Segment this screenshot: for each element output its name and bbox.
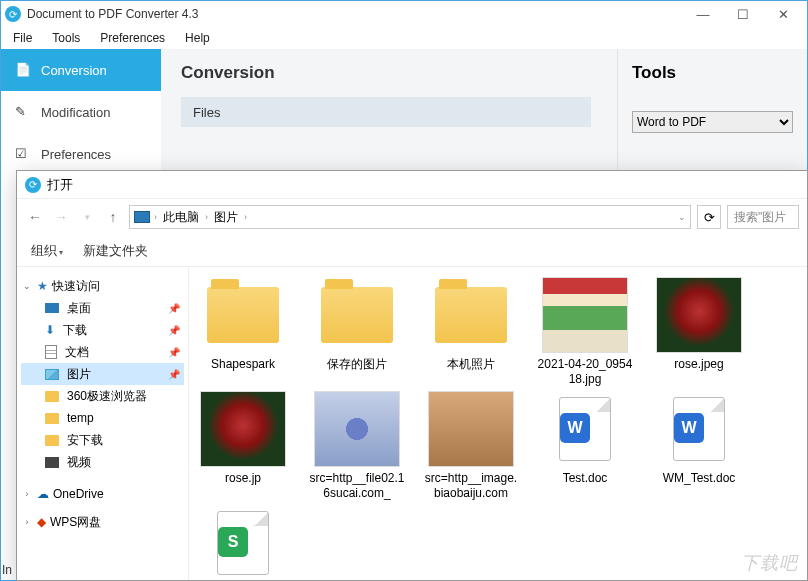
menu-help[interactable]: Help	[177, 29, 218, 47]
pc-icon	[134, 211, 150, 223]
minimize-button[interactable]: —	[683, 7, 723, 22]
modification-icon: ✎	[15, 104, 31, 120]
tree-item[interactable]: ⬇下载 📌	[21, 319, 184, 341]
pin-icon: 📌	[168, 325, 180, 336]
tree-quick-access[interactable]: ⌄ ★ 快速访问	[21, 275, 184, 297]
file-item[interactable]: 本机照片	[423, 277, 519, 387]
back-button[interactable]: ←	[25, 209, 45, 225]
organize-button[interactable]: 组织	[31, 242, 63, 260]
sidebar-item-conversion[interactable]: 📄 Conversion	[1, 49, 161, 91]
picture-icon	[45, 369, 59, 380]
files-label: Files	[193, 105, 220, 120]
up-button[interactable]: ↑	[103, 209, 123, 225]
tools-heading: Tools	[632, 63, 793, 83]
file-item[interactable]: Shapespark	[195, 277, 291, 387]
file-open-dialog: ⟳ 打开 ← → ▾ ↑ › 此电脑 › 图片 › ⌄ ⟳ 搜索"图片 组织 新…	[16, 170, 808, 581]
tree-label: 视频	[67, 454, 91, 471]
tree-item[interactable]: 图片 📌	[21, 363, 184, 385]
twisty-icon[interactable]: ›	[21, 517, 33, 527]
sidebar-item-preferences[interactable]: ☑ Preferences	[1, 133, 161, 175]
folder-icon	[45, 435, 59, 446]
file-grid: Shapespark 保存的图片 本机照片 2021-04-20_095418.…	[189, 267, 807, 580]
file-name: 2021-04-20_095418.jpg	[537, 357, 633, 387]
new-folder-button[interactable]: 新建文件夹	[83, 242, 148, 260]
file-name: src=http__file02.16sucai.com_	[309, 471, 405, 501]
file-item[interactable]: src=http__image.biaobaiju.com	[423, 391, 519, 501]
tree-item[interactable]: 视频	[21, 451, 184, 473]
menu-tools[interactable]: Tools	[44, 29, 88, 47]
close-button[interactable]: ✕	[763, 7, 803, 22]
star-icon: ★	[37, 279, 48, 293]
menu-preferences[interactable]: Preferences	[92, 29, 173, 47]
tree-onedrive[interactable]: › ☁ OneDrive	[21, 483, 184, 505]
search-input[interactable]: 搜索"图片	[727, 205, 799, 229]
tree-item[interactable]: 安下载	[21, 429, 184, 451]
tree-label: 图片	[67, 366, 91, 383]
desktop-icon	[45, 303, 59, 313]
file-item[interactable]: WWM_Test.doc	[651, 391, 747, 501]
sidebar-item-modification[interactable]: ✎ Modification	[1, 91, 161, 133]
file-item[interactable]: rose.jpeg	[651, 277, 747, 387]
menu-file[interactable]: File	[5, 29, 40, 47]
tree-label: 文档	[65, 344, 89, 361]
recent-dropdown[interactable]: ▾	[77, 212, 97, 222]
file-item[interactable]: WTest.doc	[537, 391, 633, 501]
file-name: src=http__image.biaobaiju.com	[423, 471, 519, 501]
file-name: Shapespark	[211, 357, 275, 372]
app-icon: ⟳	[5, 6, 21, 22]
tree-label: 下载	[63, 322, 87, 339]
input-label-cut: In	[2, 563, 12, 577]
path-segment[interactable]: 此电脑	[161, 209, 201, 226]
tree-label: 安下载	[67, 432, 103, 449]
video-icon	[45, 457, 59, 468]
onedrive-icon: ☁	[37, 487, 49, 501]
app-title: Document to PDF Converter 4.3	[27, 7, 683, 21]
sidebar-label: Modification	[41, 105, 110, 120]
file-item[interactable]: S月度财务分析报表1.xlsx	[195, 505, 291, 580]
file-name: rose.jpeg	[674, 357, 723, 372]
sidebar-label: Preferences	[41, 147, 111, 162]
sidebar-label: Conversion	[41, 63, 107, 78]
path-sep-icon: ›	[205, 212, 208, 222]
pin-icon: 📌	[168, 303, 180, 314]
file-item[interactable]: rose.jp	[195, 391, 291, 501]
path-sep-icon: ›	[244, 212, 247, 222]
tree-item[interactable]: temp	[21, 407, 184, 429]
title-bar: ⟳ Document to PDF Converter 4.3 — ☐ ✕	[1, 1, 807, 27]
tree-item[interactable]: 桌面 📌	[21, 297, 184, 319]
forward-button[interactable]: →	[51, 209, 71, 225]
dialog-toolbar: 组织 新建文件夹	[17, 235, 807, 267]
path-segment[interactable]: 图片	[212, 209, 240, 226]
dialog-icon: ⟳	[25, 177, 41, 193]
tree-item[interactable]: 360极速浏览器	[21, 385, 184, 407]
tree-label: 360极速浏览器	[67, 388, 147, 405]
wps-icon: ◆	[37, 515, 46, 529]
path-box[interactable]: › 此电脑 › 图片 › ⌄	[129, 205, 691, 229]
tree-item[interactable]: 文档 📌	[21, 341, 184, 363]
search-placeholder: 搜索"图片	[734, 209, 786, 226]
tool-select[interactable]: Word to PDF	[632, 111, 793, 133]
pin-icon: 📌	[168, 369, 180, 380]
file-item[interactable]: src=http__file02.16sucai.com_	[309, 391, 405, 501]
path-dropdown-icon[interactable]: ⌄	[678, 212, 686, 222]
maximize-button[interactable]: ☐	[723, 7, 763, 22]
twisty-icon[interactable]: ⌄	[21, 281, 33, 291]
dialog-nav: ← → ▾ ↑ › 此电脑 › 图片 › ⌄ ⟳ 搜索"图片	[17, 199, 807, 235]
tree-wps[interactable]: › ◆ WPS网盘	[21, 511, 184, 533]
file-name: WM_Test.doc	[663, 471, 736, 486]
file-name: rose.jp	[225, 471, 261, 486]
pin-icon: 📌	[168, 347, 180, 358]
download-icon: ⬇	[45, 323, 55, 337]
folder-icon	[45, 413, 59, 424]
twisty-icon[interactable]: ›	[21, 489, 33, 499]
file-item[interactable]: 保存的图片	[309, 277, 405, 387]
file-name: Test.doc	[563, 471, 608, 486]
file-item[interactable]: 2021-04-20_095418.jpg	[537, 277, 633, 387]
files-bar[interactable]: Files	[181, 97, 591, 127]
tree-label: 快速访问	[52, 278, 100, 295]
folder-icon	[45, 391, 59, 402]
document-icon	[45, 345, 57, 359]
tree-label: temp	[67, 411, 94, 425]
refresh-button[interactable]: ⟳	[697, 205, 721, 229]
path-sep-icon: ›	[154, 212, 157, 222]
